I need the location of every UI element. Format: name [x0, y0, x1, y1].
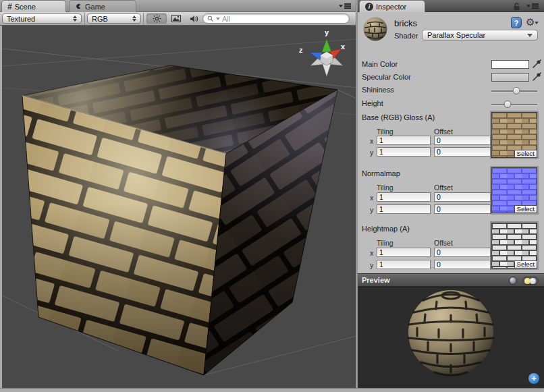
- tab-scene[interactable]: # Scene: [1, 0, 66, 12]
- heightmap-offset-x-input[interactable]: [434, 248, 491, 257]
- base-offset-x-input[interactable]: [434, 136, 491, 145]
- draw-mode-value: Textured: [7, 15, 70, 23]
- normalmap-tiling-x-input[interactable]: [377, 192, 431, 202]
- eyedropper-icon[interactable]: [532, 72, 541, 82]
- sun-icon: [153, 14, 161, 23]
- axis-y-label: y: [370, 148, 373, 157]
- eyedropper-icon[interactable]: [532, 59, 541, 69]
- base-texture-thumbnail[interactable]: Select: [491, 112, 537, 158]
- search-filter-value: All: [222, 15, 230, 23]
- scene-toolbar: Textured RGB: [0, 12, 356, 26]
- tab-game[interactable]: Game: [69, 0, 136, 12]
- tab-inspector-label: Inspector: [376, 3, 406, 11]
- tiling-header: Tiling: [377, 239, 393, 247]
- shininess-label: Shininess: [362, 86, 394, 94]
- inspector-panel-menu-icon[interactable]: [526, 3, 541, 10]
- main-color-swatch[interactable]: [491, 60, 529, 69]
- add-icon[interactable]: +: [528, 373, 539, 384]
- axis-x-label: x: [370, 194, 373, 202]
- scene-tabstrip: # Scene Game: [0, 0, 356, 12]
- color-mode-dropdown[interactable]: RGB: [87, 13, 141, 24]
- base-offset-y-input[interactable]: [434, 147, 491, 157]
- gizmo-y-label: y: [325, 28, 329, 36]
- scene-3d-render: y x z: [2, 26, 356, 388]
- shader-label: Shader: [394, 32, 418, 40]
- window-chrome-left: [0, 26, 2, 388]
- heightmap-texture-thumbnail[interactable]: Select: [491, 223, 537, 269]
- preview-shape-button[interactable]: [509, 277, 517, 285]
- normalmap-offset-x-input[interactable]: [434, 192, 491, 202]
- chevron-down-icon: [527, 34, 533, 37]
- normalmap-select-button[interactable]: Select: [514, 205, 537, 213]
- axis-x-label: x: [370, 137, 373, 145]
- preview-header[interactable]: Preview: [358, 273, 544, 287]
- normalmap-tiling-y-input[interactable]: [377, 204, 431, 214]
- height-slider[interactable]: [491, 101, 537, 108]
- axis-x-label: x: [370, 249, 373, 257]
- window-chrome-bottom: [0, 388, 544, 392]
- inspector-tabstrip: i Inspector: [358, 0, 544, 12]
- tiling-header: Tiling: [377, 128, 393, 136]
- tiling-header: Tiling: [377, 184, 393, 192]
- gizmo-gray-cone: [323, 64, 331, 76]
- base-select-button[interactable]: Select: [514, 150, 537, 158]
- preview-sphere: [358, 287, 544, 389]
- toolbar-separator: [143, 13, 144, 25]
- height-label: Height: [362, 99, 383, 107]
- light-off-icon: [530, 278, 536, 284]
- base-tiling-y-input[interactable]: [377, 147, 431, 157]
- base-tiling-x-input[interactable]: [377, 136, 431, 145]
- info-icon: i: [365, 3, 373, 11]
- preview-area[interactable]: +: [358, 287, 544, 388]
- scene-gizmo: y x z: [299, 28, 346, 76]
- offset-header: Offset: [434, 184, 453, 192]
- material-name: bricks: [394, 18, 417, 28]
- tab-inspector[interactable]: i Inspector: [359, 0, 425, 12]
- color-mode-value: RGB: [92, 15, 130, 23]
- height-slider-knob[interactable]: [504, 101, 512, 108]
- specular-color-swatch[interactable]: [491, 73, 529, 82]
- scene-audio-toggle[interactable]: [186, 13, 203, 24]
- normalmap-texture-thumbnail[interactable]: Select: [491, 167, 537, 213]
- tab-game-label: Game: [85, 3, 105, 11]
- preview-title: Preview: [362, 276, 390, 284]
- axis-y-label: y: [370, 261, 373, 269]
- draw-mode-dropdown[interactable]: Textured: [2, 13, 82, 24]
- toolbar-separator: [84, 13, 85, 25]
- gizmo-z-axis: [308, 49, 322, 60]
- heightmap-tiling-y-input[interactable]: [377, 260, 431, 269]
- shininess-slider-knob[interactable]: [513, 87, 520, 94]
- shader-dropdown[interactable]: Parallax Specular: [422, 30, 538, 40]
- scene-lighting-toggle[interactable]: [146, 13, 167, 24]
- material-preview-thumbnail[interactable]: [363, 17, 387, 41]
- dropdown-arrows-icon: [73, 16, 77, 22]
- inspector-body: bricks Shader Parallax Specular ? ⚙ Main…: [358, 12, 544, 273]
- help-icon[interactable]: ?: [511, 17, 522, 28]
- dropdown-arrows-icon: [132, 16, 136, 22]
- section-title-heightmap: Heightmap (A): [362, 225, 410, 233]
- heightmap-offset-y-input[interactable]: [434, 260, 491, 269]
- axis-y-label: y: [370, 206, 373, 214]
- normalmap-offset-y-input[interactable]: [434, 204, 491, 214]
- scene-search-field[interactable]: All: [202, 13, 350, 24]
- inspector-panel: i Inspector: [358, 0, 544, 388]
- shininess-slider[interactable]: [491, 87, 537, 94]
- preview-lighting-button[interactable]: [522, 277, 539, 285]
- section-title-normalmap: Normalmap: [362, 169, 400, 177]
- scene-grid-icon: #: [7, 2, 12, 11]
- section-title-base: Base (RGB) Gloss (A): [362, 113, 435, 121]
- specular-color-label: Specular Color: [362, 73, 411, 81]
- unity-editor-window: # Scene Game Textured RGB: [0, 0, 544, 392]
- lock-icon[interactable]: [512, 3, 521, 11]
- scene-viewport[interactable]: y x z: [2, 26, 356, 388]
- heightmap-tiling-x-input[interactable]: [377, 248, 431, 257]
- search-icon: [207, 16, 214, 22]
- main-color-label: Main Color: [362, 60, 398, 68]
- offset-header: Offset: [434, 128, 453, 136]
- heightmap-select-button[interactable]: Select: [514, 260, 537, 269]
- scene-skybox-toggle[interactable]: [167, 13, 185, 24]
- scene-panel-menu-icon[interactable]: [339, 3, 354, 10]
- speaker-icon: [190, 15, 199, 23]
- offset-header: Offset: [434, 239, 453, 247]
- gear-icon[interactable]: ⚙: [526, 16, 539, 28]
